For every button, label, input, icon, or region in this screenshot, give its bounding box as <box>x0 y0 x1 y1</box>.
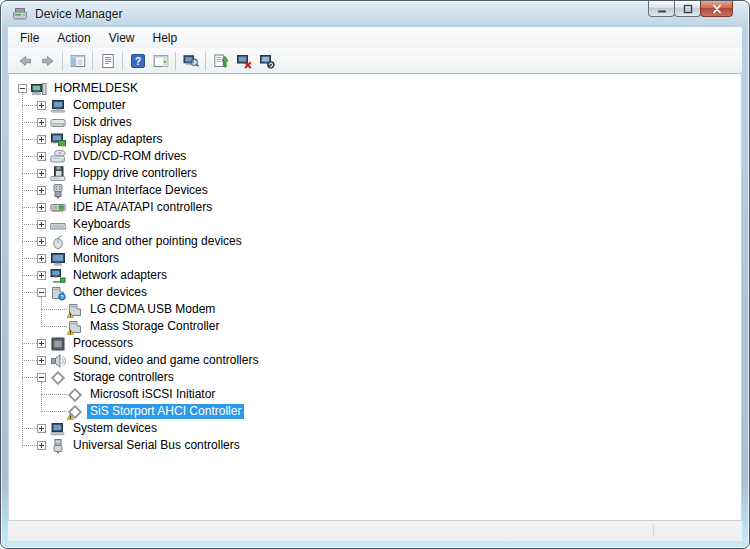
tree-item[interactable]: ?Other devices <box>9 284 741 301</box>
collapse-minus-icon[interactable] <box>37 373 46 382</box>
toolbar-separator <box>175 52 176 70</box>
toolbar-separator <box>122 52 123 70</box>
tree-item-label[interactable]: LG CDMA USB Modem <box>87 302 218 317</box>
expand-plus-icon[interactable] <box>37 339 46 348</box>
svg-text:?: ? <box>134 56 140 67</box>
expand-plus-icon[interactable] <box>37 356 46 365</box>
tree-item[interactable]: IDE ATA/ATAPI controllers <box>9 199 741 216</box>
properties-button[interactable] <box>96 50 119 72</box>
maximize-button[interactable] <box>674 1 701 17</box>
tree-connector <box>22 105 37 106</box>
tree-connector <box>22 445 37 446</box>
tree-item[interactable]: HORMELDESK <box>9 80 741 97</box>
scan-hardware-changes-button[interactable] <box>255 50 278 72</box>
warning-device-icon <box>67 302 83 318</box>
help-button[interactable]: ? <box>126 50 149 72</box>
expand-plus-icon[interactable] <box>37 152 46 161</box>
tree-item-label[interactable]: Disk drives <box>70 115 135 130</box>
tree-item-label[interactable]: Keyboards <box>70 217 133 232</box>
tree-item-label[interactable]: Storage controllers <box>70 370 177 385</box>
tree-connector <box>22 377 37 378</box>
tree-item[interactable]: DVD/CD-ROM drives <box>9 148 741 165</box>
update-driver-button[interactable] <box>209 50 232 72</box>
status-bar-divider <box>653 524 654 538</box>
tree-item[interactable]: Disk drives <box>9 114 741 131</box>
expand-plus-icon[interactable] <box>37 203 46 212</box>
tree-connector <box>22 241 37 242</box>
menu-view[interactable]: View <box>100 29 144 47</box>
tree-item-label[interactable]: DVD/CD-ROM drives <box>70 149 189 164</box>
tree-item-label[interactable]: Microsoft iSCSI Initiator <box>87 387 218 402</box>
tree-item[interactable]: SiS Storport AHCI Controller <box>9 403 741 420</box>
show-action-pane-button[interactable] <box>149 50 172 72</box>
show-action-pane-icon <box>153 53 169 69</box>
tree-item[interactable]: Human Interface Devices <box>9 182 741 199</box>
tree-item[interactable]: Keyboards <box>9 216 741 233</box>
tree-connector <box>22 156 37 157</box>
tree-item-label[interactable]: IDE ATA/ATAPI controllers <box>70 200 215 215</box>
tree-item[interactable]: Sound, video and game controllers <box>9 352 741 369</box>
forward-icon <box>40 53 56 69</box>
tree-item[interactable]: Monitors <box>9 250 741 267</box>
tree-item-label[interactable]: Processors <box>70 336 136 351</box>
display-adapter-icon <box>50 132 66 148</box>
expand-plus-icon[interactable] <box>37 271 46 280</box>
back-button[interactable] <box>13 50 36 72</box>
tree-item[interactable]: Mice and other pointing devices <box>9 233 741 250</box>
expand-plus-icon[interactable] <box>37 118 46 127</box>
scan-button[interactable] <box>179 50 202 72</box>
dvd-drive-icon <box>50 149 66 165</box>
menu-help[interactable]: Help <box>144 29 187 47</box>
expand-plus-icon[interactable] <box>37 254 46 263</box>
tree-item[interactable]: LG CDMA USB Modem <box>9 301 741 318</box>
tree-item[interactable]: Universal Serial Bus controllers <box>9 437 741 454</box>
collapse-minus-icon[interactable] <box>37 288 46 297</box>
expand-plus-icon[interactable] <box>37 101 46 110</box>
tree-item[interactable]: System devices <box>9 420 741 437</box>
tree-item-label[interactable]: Display adapters <box>70 132 165 147</box>
tree-item-label[interactable]: Mice and other pointing devices <box>70 234 245 249</box>
tree-item[interactable]: Floppy drive controllers <box>9 165 741 182</box>
minimize-button[interactable] <box>648 1 675 17</box>
expand-plus-icon[interactable] <box>37 424 46 433</box>
show-console-tree-icon <box>70 53 86 69</box>
device-tree[interactable]: HORMELDESKComputerDisk drivesDisplay ada… <box>9 74 741 520</box>
tree-item[interactable]: Display adapters <box>9 131 741 148</box>
tree-item[interactable]: Mass Storage Controller <box>9 318 741 335</box>
tree-item-label[interactable]: SiS Storport AHCI Controller <box>87 404 244 419</box>
tree-item[interactable]: Processors <box>9 335 741 352</box>
window-title: Device Manager <box>35 7 122 21</box>
menu-action[interactable]: Action <box>48 29 99 47</box>
title-bar[interactable]: Device Manager <box>1 1 749 27</box>
tree-item-label[interactable]: Computer <box>70 98 129 113</box>
tree-item[interactable]: Microsoft iSCSI Initiator <box>9 386 741 403</box>
expand-plus-icon[interactable] <box>37 169 46 178</box>
tree-item-label[interactable]: Sound, video and game controllers <box>70 353 261 368</box>
tree-item-label[interactable]: Network adapters <box>70 268 170 283</box>
tree-item-label[interactable]: Floppy drive controllers <box>70 166 200 181</box>
expand-plus-icon[interactable] <box>37 441 46 450</box>
expand-plus-icon[interactable] <box>37 220 46 229</box>
expand-plus-icon[interactable] <box>37 186 46 195</box>
menu-file[interactable]: File <box>11 29 48 47</box>
forward-button[interactable] <box>36 50 59 72</box>
tree-item-label[interactable]: Universal Serial Bus controllers <box>70 438 243 453</box>
collapse-minus-icon[interactable] <box>18 84 27 93</box>
show-console-tree-button[interactable] <box>66 50 89 72</box>
tree-item[interactable]: Network adapters <box>9 267 741 284</box>
workstation-icon <box>31 81 47 97</box>
tree-item-label[interactable]: Mass Storage Controller <box>87 319 222 334</box>
tree-item[interactable]: Computer <box>9 97 741 114</box>
uninstall-button[interactable] <box>232 50 255 72</box>
expand-plus-icon[interactable] <box>37 237 46 246</box>
tree-item-label[interactable]: Monitors <box>70 251 122 266</box>
tree-item-label[interactable]: Other devices <box>70 285 150 300</box>
tree-item-label[interactable]: Human Interface Devices <box>70 183 211 198</box>
tree-item-label[interactable]: HORMELDESK <box>51 81 141 96</box>
close-button[interactable] <box>700 1 733 17</box>
tree-connector <box>22 190 37 191</box>
tree-item[interactable]: Storage controllers <box>9 369 741 386</box>
toolbar: ? <box>8 48 742 74</box>
tree-item-label[interactable]: System devices <box>70 421 160 436</box>
expand-plus-icon[interactable] <box>37 135 46 144</box>
